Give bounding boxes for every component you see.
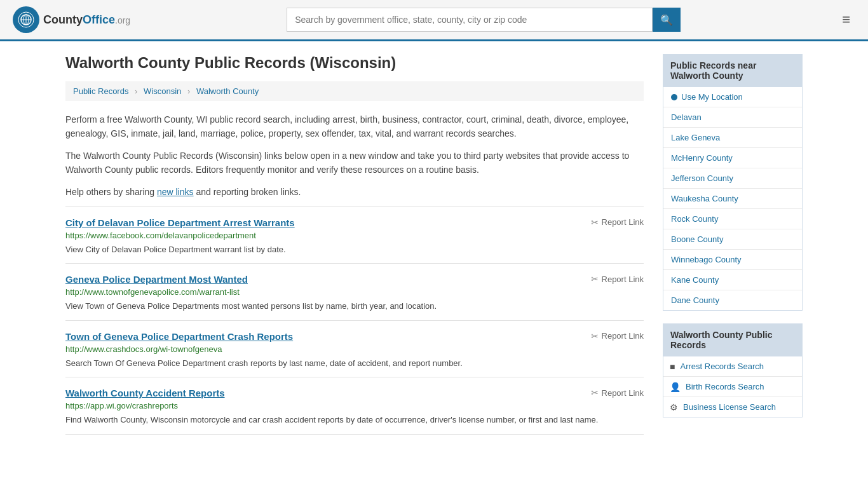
record-description: View Town of Geneva Police Departments m…	[65, 300, 644, 313]
nearby-place-item[interactable]: Kane County	[663, 270, 802, 290]
record-title[interactable]: Walworth County Accident Reports	[65, 388, 225, 398]
nearby-place-item[interactable]: Lake Geneva	[663, 128, 802, 148]
description-2: The Walworth County Public Records (Wisc…	[65, 149, 644, 177]
nearby-header: Public Records near Walworth County	[663, 54, 803, 87]
records-section: Walworth County Public Records ■Arrest R…	[663, 323, 803, 417]
report-icon: ✂	[591, 274, 599, 284]
report-link-button[interactable]: ✂ Report Link	[591, 274, 644, 284]
nearby-place-link[interactable]: Lake Geneva	[671, 133, 720, 142]
desc3-pre: Help others by sharing	[65, 187, 157, 197]
report-link-button[interactable]: ✂ Report Link	[591, 388, 644, 398]
sidebar-record-link[interactable]: Arrest Records Search	[680, 362, 764, 371]
record-header: City of Delavan Police Department Arrest…	[65, 217, 644, 228]
report-icon: ✂	[591, 217, 599, 227]
sidebar-record-item[interactable]: 👤Birth Records Search	[663, 377, 802, 397]
record-header: Geneva Police Department Most Wanted ✂ R…	[65, 274, 644, 285]
record-header: Town of Geneva Police Department Crash R…	[65, 331, 644, 342]
nearby-place-link[interactable]: McHenry County	[671, 153, 733, 163]
logo-text: CountyOffice.org	[43, 13, 130, 27]
location-dot-icon	[671, 94, 677, 100]
record-entry: Walworth County Accident Reports ✂ Repor…	[65, 377, 644, 435]
breadcrumb: Public Records › Wisconsin › Walworth Co…	[65, 81, 644, 101]
record-description: Find Walworth County, Wisconsin motorcyc…	[65, 414, 644, 426]
record-header: Walworth County Accident Reports ✂ Repor…	[65, 388, 644, 398]
nearby-place-item[interactable]: Jefferson County	[663, 168, 802, 189]
record-url: https://app.wi.gov/crashreports	[65, 401, 644, 410]
breadcrumb-public-records[interactable]: Public Records	[73, 86, 128, 96]
record-description: View City of Delavan Police Department w…	[65, 243, 644, 256]
breadcrumb-sep-2: ›	[187, 86, 190, 96]
use-location-item[interactable]: Use My Location	[663, 87, 802, 107]
report-link-button[interactable]: ✂ Report Link	[591, 217, 644, 227]
nearby-place-link[interactable]: Winnebago County	[671, 255, 742, 264]
breadcrumb-walworth[interactable]: Walworth County	[196, 86, 259, 96]
sidebar-record-item[interactable]: ■Arrest Records Search	[663, 356, 802, 377]
sidebar: Public Records near Walworth County Use …	[663, 54, 803, 435]
record-type-icon: ⚙	[670, 403, 678, 412]
sidebar-records-header: Walworth County Public Records	[663, 323, 803, 356]
record-entry: City of Delavan Police Department Arrest…	[65, 207, 644, 264]
record-type-icon: ■	[670, 362, 675, 371]
search-icon: 🔍	[660, 15, 673, 25]
description-3: Help others by sharing new links and rep…	[65, 185, 644, 199]
nearby-place-item[interactable]: Dane County	[663, 290, 802, 310]
menu-button[interactable]: ≡	[837, 9, 855, 30]
nearby-place-item[interactable]: McHenry County	[663, 148, 802, 168]
nearby-place-link[interactable]: Delavan	[671, 112, 702, 122]
use-location-link[interactable]: Use My Location	[681, 92, 743, 102]
sidebar-records-list: ■Arrest Records Search👤Birth Records Sea…	[663, 356, 803, 417]
records-container: City of Delavan Police Department Arrest…	[65, 207, 644, 435]
logo-area: CountyOffice.org	[13, 6, 130, 33]
breadcrumb-wisconsin[interactable]: Wisconsin	[144, 86, 181, 96]
sidebar-record-link[interactable]: Birth Records Search	[686, 382, 764, 391]
nearby-place-link[interactable]: Jefferson County	[671, 173, 733, 183]
record-url: http://www.townofgenevapolice.com/warran…	[65, 287, 644, 297]
record-entry: Geneva Police Department Most Wanted ✂ R…	[65, 263, 644, 320]
record-title[interactable]: Geneva Police Department Most Wanted	[65, 274, 248, 285]
record-url: https://www.facebook.com/delavanpolicede…	[65, 231, 644, 240]
report-link-button[interactable]: ✂ Report Link	[591, 331, 644, 341]
search-area: 🔍	[287, 8, 681, 32]
search-button[interactable]: 🔍	[653, 8, 681, 32]
report-label: Report Link	[602, 274, 644, 284]
report-label: Report Link	[602, 331, 644, 341]
nearby-place-item[interactable]: Boone County	[663, 229, 802, 250]
logo-icon	[13, 6, 39, 33]
record-type-icon: 👤	[670, 383, 681, 391]
record-url: http://www.crashdocs.org/wi-townofgeneva	[65, 344, 644, 354]
nearby-place-link[interactable]: Dane County	[671, 295, 719, 305]
nearby-place-link[interactable]: Kane County	[671, 275, 719, 285]
page-title: Walworth County Public Records (Wisconsi…	[65, 54, 644, 72]
nearby-place-link[interactable]: Waukesha County	[671, 194, 738, 203]
report-icon: ✂	[591, 388, 599, 398]
menu-icon: ≡	[842, 11, 850, 27]
nearby-place-item[interactable]: Winnebago County	[663, 250, 802, 270]
nearby-place-link[interactable]: Boone County	[671, 234, 723, 244]
nearby-place-item[interactable]: Rock County	[663, 209, 802, 229]
site-header: CountyOffice.org 🔍 ≡	[0, 0, 868, 41]
nearby-place-link[interactable]: Rock County	[671, 214, 718, 224]
record-description: Search Town Of Geneva Police Department …	[65, 357, 644, 370]
nearby-place-item[interactable]: Waukesha County	[663, 189, 802, 209]
record-title[interactable]: City of Delavan Police Department Arrest…	[65, 217, 295, 228]
record-title[interactable]: Town of Geneva Police Department Crash R…	[65, 331, 293, 342]
nearby-list: Use My Location DelavanLake GenevaMcHenr…	[663, 87, 803, 311]
main-container: Walworth County Public Records (Wisconsi…	[53, 41, 815, 447]
new-links-link[interactable]: new links	[157, 187, 194, 197]
report-label: Report Link	[602, 388, 644, 398]
desc3-post: and reporting broken links.	[194, 187, 301, 197]
report-icon: ✂	[591, 331, 599, 341]
report-label: Report Link	[602, 217, 644, 227]
record-entry: Town of Geneva Police Department Crash R…	[65, 320, 644, 377]
description-1: Perform a free Walworth County, WI publi…	[65, 112, 644, 141]
sidebar-record-item[interactable]: ⚙Business License Search	[663, 397, 802, 417]
content-area: Walworth County Public Records (Wisconsi…	[65, 54, 644, 435]
breadcrumb-sep-1: ›	[135, 86, 137, 96]
sidebar-record-link[interactable]: Business License Search	[683, 402, 776, 412]
nearby-place-item[interactable]: Delavan	[663, 107, 802, 128]
nearby-section: Public Records near Walworth County Use …	[663, 54, 803, 311]
search-input[interactable]	[287, 8, 653, 32]
